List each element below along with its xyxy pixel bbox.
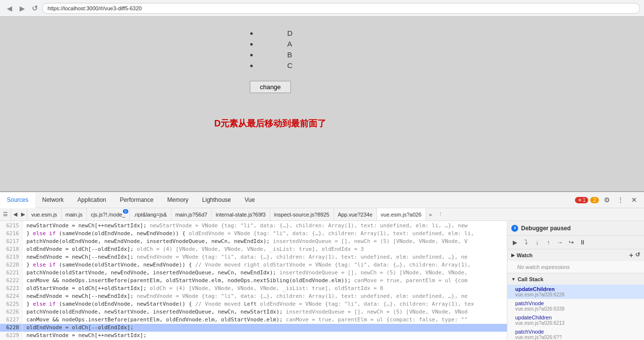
- app-content: D A B C change D元素从最后移动到最前面了: [180, 17, 361, 191]
- watch-actions: + ↺: [629, 251, 640, 259]
- code-line-6219: newEndVnode = newCh[--newEndIdx]; newEnd…: [23, 253, 507, 261]
- tab-vue[interactable]: Vue: [238, 192, 262, 208]
- add-watch-btn[interactable]: +: [629, 251, 633, 259]
- file-tab-vueesm-active[interactable]: vue.esm.js?a026: [377, 208, 426, 220]
- list-item-d: D: [287, 29, 293, 37]
- settings-btn[interactable]: ⚙: [601, 194, 613, 206]
- nav-back-btn[interactable]: ◀: [4, 3, 15, 14]
- warning-count: 2: [593, 197, 596, 203]
- call-stack-header[interactable]: ▼ Call Stack: [507, 273, 644, 285]
- code-line-6222: canMove && nodeOps.insertBefore(parentEl…: [23, 277, 507, 285]
- error-count: 1: [583, 197, 586, 203]
- file-tab-appvue[interactable]: App.vue?234e: [334, 208, 377, 220]
- call-stack-item-3-file: vue.esm.js?a026:6213: [515, 320, 640, 326]
- code-line-6218: oldEndVnode = oldCh[--oldEndIdx]; oldCh …: [23, 245, 507, 253]
- code-line-6221: patchVnode(oldStartVnode, newEndVnode, i…: [23, 269, 507, 277]
- code-line-6216: } else if (sameVnode(oldEndVnode, newEnd…: [23, 230, 507, 238]
- tab-network[interactable]: Network: [35, 192, 71, 208]
- call-stack-label: Call Stack: [518, 276, 544, 282]
- code-content: newStartVnode = newCh[++newStartIdx]; ne…: [23, 221, 507, 340]
- tab-lighthouse[interactable]: Lighthouse: [195, 192, 238, 208]
- code-line-6215: newStartVnode = newCh[++newStartIdx]; ne…: [23, 222, 507, 230]
- ln-6216: 6216: [0, 230, 22, 238]
- debugger-paused-label: Debugger paused: [521, 225, 571, 232]
- tab-application[interactable]: Application: [71, 192, 113, 208]
- debugger-paused-header: ⏸ Debugger paused: [507, 221, 644, 236]
- call-stack-item-3[interactable]: updateChildren vue.esm.js?a026:6213: [507, 313, 644, 327]
- address-url[interactable]: https://localhost:3000/#/vue3-diff5-6320: [48, 5, 142, 11]
- file-tab-overflow[interactable]: »: [426, 208, 435, 220]
- code-line-6225: } else if (sameVnode(oldEndVnode, newSta…: [23, 300, 507, 308]
- change-button[interactable]: change: [250, 81, 291, 93]
- file-tab-main[interactable]: main.js: [62, 208, 87, 220]
- sidebar-toggle[interactable]: ☰: [0, 208, 11, 220]
- call-stack-item-1-fn: updateChildren: [515, 286, 640, 292]
- code-line-6229: newStartVnode = newCh[++newStartIdx];: [23, 332, 507, 340]
- call-stack-item-1[interactable]: updateChildren vue.esm.js?a026:6228: [507, 285, 644, 299]
- file-tab-ript[interactable]: .ript&lang=js&: [130, 208, 171, 220]
- tab-sources[interactable]: Sources: [0, 193, 35, 208]
- debug-resume-btn[interactable]: ▶: [509, 237, 520, 248]
- callstack-chevron-icon: ▼: [511, 277, 516, 282]
- watch-label: Watch: [517, 252, 533, 258]
- file-tab-more[interactable]: ⋮: [435, 208, 446, 220]
- ln-6227: 6227: [0, 316, 22, 324]
- file-tab-cjs[interactable]: cjs.js?!./node_ 0: [87, 208, 129, 220]
- error-badge: ✕ 1: [575, 197, 589, 203]
- ln-6215: 6215: [0, 222, 22, 230]
- call-stack-section: ▼ Call Stack updateChildren vue.esm.js?a…: [507, 273, 644, 340]
- ln-6221: 6221: [0, 269, 22, 277]
- file-tab-main56d7[interactable]: main.js?56d7: [171, 208, 212, 220]
- call-stack-item-2-fn: patchVnode: [515, 300, 640, 306]
- list-item-a: A: [287, 40, 293, 48]
- nav-forward-btn[interactable]: ▶: [17, 3, 27, 14]
- devtools-main-body: 6215 6216 6217 6218 6219 6220 6221 6222 …: [0, 221, 644, 340]
- debug-controls: ▶ ⤵ ↓ ↑ → ↪ ⏸: [507, 236, 644, 249]
- call-stack-item-4-file: vue.esm.js?a026:6??: [515, 335, 640, 340]
- file-tab-internal[interactable]: internal-state.js?69f3: [212, 208, 270, 220]
- file-nav-forward[interactable]: ▶: [19, 208, 27, 220]
- ln-6218: 6218: [0, 245, 22, 253]
- debug-pause-exc-btn[interactable]: ⏸: [577, 237, 588, 248]
- warning-badge: 2: [590, 197, 599, 203]
- description-text: D元素从最后移动到最前面了: [215, 118, 327, 129]
- more-btn[interactable]: ⋮: [615, 194, 626, 206]
- list-item-c: C: [287, 61, 293, 70]
- call-stack-item-4[interactable]: patchVnode vue.esm.js?a026:6??: [507, 327, 644, 340]
- code-line-6227: canMove && nodeOps.insertBefore(parentEl…: [23, 316, 507, 324]
- tab-memory[interactable]: Memory: [160, 192, 195, 208]
- debug-step-out-btn[interactable]: ↑: [543, 237, 554, 248]
- ln-6223: 6223: [0, 285, 22, 292]
- devtools-tabs-bar: Sources Network Application Performance …: [0, 192, 644, 208]
- debug-deactivate-btn[interactable]: ↪: [566, 237, 576, 248]
- call-stack-item-4-fn: patchVnode: [515, 329, 640, 335]
- file-tabs-bar: ☰ ◀ ▶ vue.esm.js main.js cjs.js?!./node_…: [0, 208, 644, 221]
- code-line-6224: newEndVnode = newCh[--newEndIdx]; newEnd…: [23, 292, 507, 300]
- nav-reload-btn[interactable]: ↺: [29, 3, 40, 14]
- file-nav-back[interactable]: ◀: [11, 208, 19, 220]
- call-stack-item-3-fn: updateChildren: [515, 315, 640, 320]
- ln-6225: 6225: [0, 300, 22, 308]
- address-field-wrapper: https://localhost:3000/#/vue3-diff5-6320: [42, 3, 640, 14]
- ln-6224: 6224: [0, 292, 22, 300]
- badge-0: 0: [123, 209, 128, 214]
- bullet-list: [248, 26, 258, 72]
- debug-step-into-btn[interactable]: ↓: [532, 237, 543, 248]
- error-icon: ✕: [578, 197, 582, 203]
- watch-empty-state: No watch expressions: [507, 261, 644, 273]
- label-list: D A B C: [287, 26, 293, 72]
- ln-6219: 6219: [0, 253, 22, 261]
- line-numbers: 6215 6216 6217 6218 6219 6220 6221 6222 …: [0, 221, 23, 340]
- file-tab-inspect[interactable]: inspect-source.js?8925: [270, 208, 334, 220]
- call-stack-item-2[interactable]: patchVnode vue.esm.js?a026:6339: [507, 299, 644, 313]
- call-stack-item-2-file: vue.esm.js?a026:6339: [515, 306, 640, 312]
- file-tab-vue-esm[interactable]: vue.esm.js: [27, 208, 62, 220]
- tab-performance[interactable]: Performance: [113, 192, 161, 208]
- debug-step-btn[interactable]: →: [554, 237, 565, 248]
- code-line-6226: patchVnode(oldEndVnode, newStartVnode, i…: [23, 308, 507, 316]
- refresh-watch-btn[interactable]: ↺: [635, 251, 640, 259]
- watch-section-header[interactable]: ▶ Watch + ↺: [507, 249, 644, 261]
- debug-step-over-btn[interactable]: ⤵: [521, 237, 531, 248]
- ln-6222: 6222: [0, 277, 22, 285]
- close-devtools-btn[interactable]: ✕: [628, 194, 640, 206]
